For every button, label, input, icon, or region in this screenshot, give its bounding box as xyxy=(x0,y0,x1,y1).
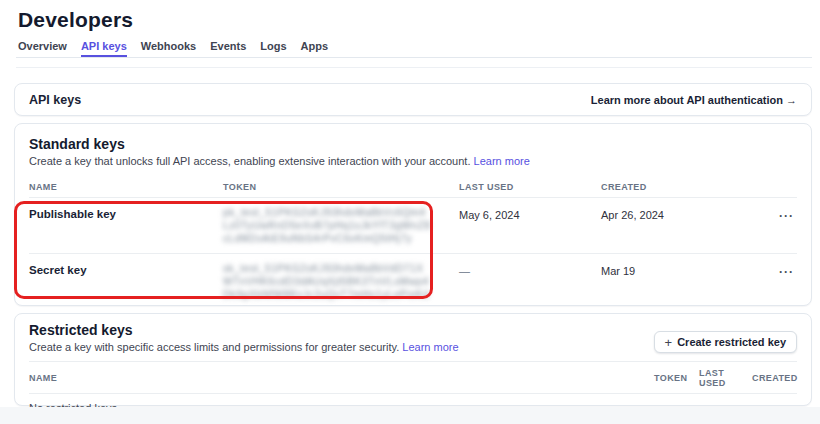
standard-keys-table: NAME TOKEN LAST USED CREATED Publishable… xyxy=(29,176,797,309)
page-bottom-background xyxy=(0,407,820,424)
tab-webhooks[interactable]: Webhooks xyxy=(141,40,196,58)
row-actions-menu-icon[interactable]: ··· xyxy=(776,209,797,223)
tab-apps[interactable]: Apps xyxy=(301,40,329,58)
tab-overview[interactable]: Overview xyxy=(18,40,67,58)
restricted-keys-description-text: Create a key with specific access limits… xyxy=(29,341,399,353)
row-actions-menu-icon[interactable]: ··· xyxy=(776,265,797,279)
standard-keys-card: Standard keys Create a key that unlocks … xyxy=(14,123,812,306)
last-used-value: May 6, 2024 xyxy=(459,206,601,221)
standard-keys-description: Create a key that unlocks full API acces… xyxy=(29,155,797,167)
standard-keys-table-header: NAME TOKEN LAST USED CREATED xyxy=(29,176,797,198)
restricted-keys-card: Restricted keys Create a key with specif… xyxy=(14,313,812,406)
last-used-value: — xyxy=(459,262,601,277)
restricted-keys-table-header: NAME TOKEN LAST USED CREATED xyxy=(29,361,797,394)
standard-keys-description-text: Create a key that unlocks full API acces… xyxy=(29,155,470,167)
column-header-created: CREATED xyxy=(752,373,797,383)
tab-logs[interactable]: Logs xyxy=(260,40,286,58)
key-name: Publishable key xyxy=(29,206,223,220)
restricted-keys-description: Create a key with specific access limits… xyxy=(29,341,459,353)
created-value: Mar 19 xyxy=(601,262,761,277)
api-keys-card-title: API keys xyxy=(29,93,81,107)
restricted-keys-learn-more-link[interactable]: Learn more xyxy=(402,341,458,353)
create-restricted-key-label: Create restricted key xyxy=(677,336,786,348)
column-header-created: CREATED xyxy=(601,182,761,192)
developers-api-keys-page: { "header": { "title": "Developers" }, "… xyxy=(0,0,820,424)
standard-keys-title: Standard keys xyxy=(29,136,797,152)
table-row-publishable-key: Publishable key pk_test_51PKG2sKJ93hdxMa… xyxy=(29,198,797,254)
created-value: Apr 26, 2024 xyxy=(601,206,761,221)
tab-api-keys[interactable]: API keys xyxy=(81,40,127,58)
page-title: Developers xyxy=(18,8,133,32)
secret-key-token-blurred[interactable]: sk_test_51PKG2sKJ93hdxMa8bVdD71XWTnVHK6c… xyxy=(223,262,431,301)
api-keys-card: API keys Learn more about API authentica… xyxy=(14,83,812,116)
publishable-key-token-blurred[interactable]: pk_test_51PKG2sKJ93hdxMa8bVc6Qm4Lz0TyUwR… xyxy=(223,206,431,245)
restricted-keys-title: Restricted keys xyxy=(29,322,459,338)
plus-icon: + xyxy=(665,337,673,348)
table-row-secret-key: Secret key sk_test_51PKG2sKJ93hdxMa8bVdD… xyxy=(29,254,797,309)
column-header-name: NAME xyxy=(29,373,654,383)
key-name: Secret key xyxy=(29,262,223,276)
tabs-divider xyxy=(16,57,812,58)
tab-bar: Overview API keys Webhooks Events Logs A… xyxy=(18,40,328,58)
restricted-keys-header: Restricted keys Create a key with specif… xyxy=(29,322,797,353)
learn-more-api-auth-link[interactable]: Learn more about API authentication → xyxy=(591,94,797,106)
column-header-last-used: LAST USED xyxy=(459,182,601,192)
tab-events[interactable]: Events xyxy=(210,40,246,58)
standard-keys-learn-more-link[interactable]: Learn more xyxy=(474,155,530,167)
create-restricted-key-button[interactable]: + Create restricted key xyxy=(654,331,797,353)
column-header-name: NAME xyxy=(29,182,223,192)
column-header-token: TOKEN xyxy=(654,373,699,383)
content-divider xyxy=(16,67,812,68)
column-header-token: TOKEN xyxy=(223,182,459,192)
column-header-last-used: LAST USED xyxy=(699,368,752,388)
